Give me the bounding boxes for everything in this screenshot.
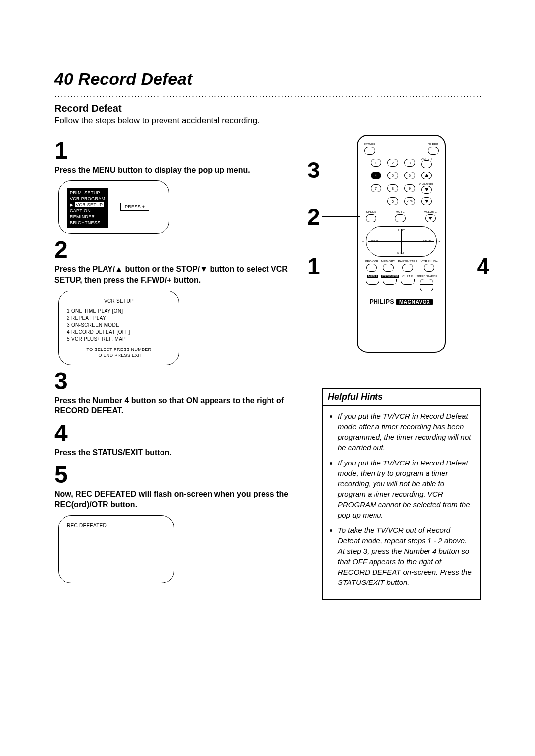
- vcrplus-label: VCR PLUS+: [421, 260, 438, 263]
- num-2[interactable]: 2: [387, 159, 398, 167]
- step-1-text: Press the MENU button to display the pop…: [54, 165, 302, 175]
- num-6[interactable]: 6: [404, 172, 415, 179]
- clear-button[interactable]: [401, 279, 415, 285]
- osd1-item: ▶ VCR SETUP: [70, 202, 105, 208]
- osd2-row: 1 ONE TIME PLAY [ON]: [67, 308, 171, 315]
- remote-brand: PHILIPSMAGNAVOX: [364, 298, 439, 305]
- step-4-text: Press the STATUS/EXIT button.: [54, 447, 302, 458]
- transport-ring[interactable]: PLAY STOP REW F.FWD – +: [366, 226, 437, 257]
- osd2-row: 5 VCR PLUS+ REF. MAP: [67, 336, 171, 343]
- memory-label: MEMORY: [381, 260, 395, 263]
- num-1[interactable]: 1: [371, 159, 381, 167]
- rec-otr-button[interactable]: [366, 264, 377, 272]
- hint-item: To take the TV/VCR out of Record Defeat …: [338, 525, 473, 587]
- menu-button[interactable]: [366, 279, 379, 285]
- alt-ch-button[interactable]: [421, 160, 432, 168]
- number-pad: 1 2 3 ALT CH 4 5 6 7 8 9 CHANNEL 0: [364, 158, 439, 206]
- manual-page: 40 Record Defeat .......................…: [0, 0, 535, 630]
- num-plus100[interactable]: +100: [404, 197, 415, 205]
- page-title: Record Defeat: [78, 69, 193, 89]
- volume-button[interactable]: [425, 214, 436, 222]
- helpful-hints-box: Helpful Hints If you put the TV/VCR in R…: [322, 388, 481, 600]
- step-5-text: Now, REC DEFEATED will flash on-screen w…: [54, 489, 302, 510]
- remote-column: 3 2 1 4 POWER SLEEP: [322, 135, 481, 600]
- osd1-item: BRIGHTNESS: [70, 220, 105, 226]
- status-exit-button[interactable]: [383, 279, 397, 285]
- memory-button[interactable]: [383, 264, 394, 272]
- dotted-rule: ........................................…: [54, 90, 481, 99]
- step-5-number: 5: [54, 463, 302, 487]
- brand-magnavox: MAGNAVOX: [396, 299, 433, 305]
- osd2-title: VCR SETUP: [67, 298, 171, 305]
- osd2-row: 4 RECORD DEFEAT [OFF]: [67, 329, 171, 336]
- sleep-button[interactable]: [428, 147, 439, 155]
- speed-search-down-button[interactable]: [420, 286, 433, 291]
- step-4-number: 4: [54, 421, 302, 445]
- num-8[interactable]: 8: [387, 184, 398, 192]
- callout-2: 2: [307, 203, 320, 230]
- pause-still-button[interactable]: [402, 264, 413, 272]
- minus-label: –: [362, 240, 364, 243]
- osd2-foot1: TO SELECT PRESS NUMBER: [67, 347, 171, 353]
- osd2-foot2: TO END PRESS EXIT: [67, 352, 171, 359]
- speed-search-up-button[interactable]: [420, 279, 433, 285]
- osd1-item: VCR PROGRAM: [70, 196, 105, 202]
- osd1-press-tag: PRESS +: [120, 203, 149, 211]
- channel-down2-button[interactable]: [421, 197, 432, 205]
- vcr-plus-button[interactable]: [424, 264, 434, 272]
- volume-label: VOLUME: [424, 210, 437, 213]
- osd1-item: CAPTION: [70, 208, 105, 214]
- page-number: 40: [54, 69, 73, 89]
- step-3-number: 3: [54, 369, 302, 393]
- section-heading: Record Defeat: [54, 103, 481, 114]
- status-exit-label: STATUS/EXIT: [381, 275, 399, 278]
- chevron-down-icon: [428, 217, 432, 220]
- osd-popup-menu: PRIM. SETUP VCR PROGRAM ▶ VCR SETUP CAPT…: [58, 180, 169, 234]
- channel-down-button[interactable]: [421, 186, 432, 194]
- rec-label: REC/OTR: [365, 260, 378, 263]
- num-4[interactable]: 4: [371, 172, 381, 179]
- speed-label: SPEED: [366, 210, 376, 213]
- num-7[interactable]: 7: [371, 184, 381, 192]
- remote-control: POWER SLEEP 1 2 3 ALT CH 4: [357, 135, 446, 353]
- menu-label: MENU: [367, 275, 378, 278]
- mute-label: MUTE: [396, 210, 405, 213]
- osd-vcr-setup: VCR SETUP 1 ONE TIME PLAY [ON] 2 REPEAT …: [58, 291, 179, 365]
- osd-rec-defeated: REC DEFEATED: [58, 515, 174, 583]
- brand-philips: PHILIPS: [370, 298, 394, 305]
- hint-item: If you put the TV/VCR in Record Defeat m…: [338, 411, 473, 453]
- callout-4: 4: [477, 253, 489, 280]
- osd2-row: 2 REPEAT PLAY: [67, 315, 171, 322]
- page-header: 40 Record Defeat: [54, 69, 481, 89]
- num-5[interactable]: 5: [387, 172, 398, 179]
- chevron-down-icon: [425, 200, 428, 203]
- power-label: POWER: [364, 143, 375, 146]
- mute-button[interactable]: [395, 214, 406, 222]
- sleep-label: SLEEP: [428, 143, 438, 146]
- osd1-menu-block: PRIM. SETUP VCR PROGRAM ▶ VCR SETUP CAPT…: [67, 188, 108, 228]
- clear-label: CLEAR: [402, 275, 413, 278]
- osd2-list: 1 ONE TIME PLAY [ON] 2 REPEAT PLAY 3 ON-…: [67, 308, 171, 343]
- stop-label: STOP: [397, 251, 405, 254]
- step-1-number: 1: [54, 139, 302, 163]
- chevron-down-icon: [425, 188, 428, 191]
- plus-label: +: [438, 240, 440, 243]
- intro-text: Follow the steps below to prevent accide…: [54, 116, 481, 126]
- osd2-row: 3 ON-SCREEN MODE: [67, 322, 171, 329]
- num-3[interactable]: 3: [404, 159, 415, 167]
- hints-title: Helpful Hints: [323, 389, 480, 406]
- steps-column: 1 Press the MENU button to display the p…: [54, 135, 302, 600]
- num-0[interactable]: 0: [387, 197, 398, 205]
- osd1-item: PRIM. SETUP: [70, 190, 105, 196]
- channel-up-button[interactable]: [421, 172, 432, 179]
- rew-label: REW: [371, 240, 378, 243]
- power-button[interactable]: [364, 147, 375, 155]
- ffwd-label: F.FWD: [423, 240, 431, 243]
- pause-label: PAUSE/STILL: [398, 260, 418, 263]
- callout-3: 3: [307, 157, 320, 183]
- speed-button[interactable]: [366, 214, 376, 222]
- callout-1: 1: [307, 253, 320, 280]
- num-9[interactable]: 9: [404, 184, 415, 192]
- speed-search-label: SPEED SEARCH: [416, 275, 437, 278]
- hints-list: If you put the TV/VCR in Record Defeat m…: [330, 411, 473, 587]
